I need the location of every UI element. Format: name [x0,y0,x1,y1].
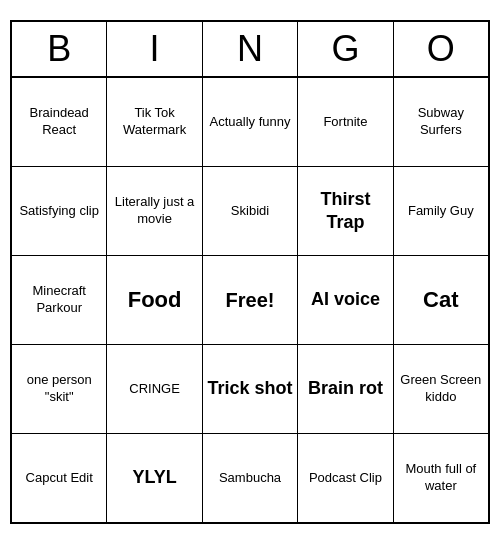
bingo-header: BINGO [12,22,488,78]
cell-text: Podcast Clip [309,470,382,487]
bingo-cell: Food [107,256,202,344]
bingo-cell: CRINGE [107,345,202,433]
bingo-cell: Actually funny [203,78,298,166]
cell-text: Minecraft Parkour [16,283,102,317]
bingo-cell: YLYL [107,434,202,522]
cell-text: Food [128,286,182,315]
bingo-cell: Cat [394,256,488,344]
cell-text: Sambucha [219,470,281,487]
header-letter: N [203,22,298,76]
bingo-row: Satisfying clipLiterally just a movieSki… [12,167,488,256]
bingo-row: one person "skit"CRINGETrick shotBrain r… [12,345,488,434]
cell-text: Subway Surfers [398,105,484,139]
header-letter: B [12,22,107,76]
bingo-row: Braindead ReactTik Tok WatermarkActually… [12,78,488,167]
bingo-cell: Subway Surfers [394,78,488,166]
header-letter: O [394,22,488,76]
bingo-cell: one person "skit" [12,345,107,433]
cell-text: Thirst Trap [302,188,388,235]
cell-text: Satisfying clip [19,203,98,220]
bingo-cell: Tik Tok Watermark [107,78,202,166]
cell-text: Skibidi [231,203,269,220]
bingo-cell: Mouth full of water [394,434,488,522]
bingo-cell: Podcast Clip [298,434,393,522]
bingo-cell: Capcut Edit [12,434,107,522]
bingo-cell: AI voice [298,256,393,344]
bingo-row: Minecraft ParkourFoodFree!AI voiceCat [12,256,488,345]
bingo-cell: Sambucha [203,434,298,522]
bingo-cell: Trick shot [203,345,298,433]
bingo-cell: Minecraft Parkour [12,256,107,344]
cell-text: Fortnite [323,114,367,131]
cell-text: Tik Tok Watermark [111,105,197,139]
header-letter: G [298,22,393,76]
cell-text: AI voice [311,288,380,311]
header-letter: I [107,22,202,76]
cell-text: CRINGE [129,381,180,398]
cell-text: Brain rot [308,377,383,400]
bingo-row: Capcut EditYLYLSambuchaPodcast ClipMouth… [12,434,488,522]
cell-text: Mouth full of water [398,461,484,495]
bingo-cell: Brain rot [298,345,393,433]
cell-text: Capcut Edit [26,470,93,487]
cell-text: Trick shot [208,377,293,400]
bingo-cell: Thirst Trap [298,167,393,255]
bingo-cell: Braindead React [12,78,107,166]
cell-text: Green Screen kiddo [398,372,484,406]
bingo-cell: Literally just a movie [107,167,202,255]
cell-text: YLYL [132,466,176,489]
bingo-grid: Braindead ReactTik Tok WatermarkActually… [12,78,488,522]
bingo-card: BINGO Braindead ReactTik Tok WatermarkAc… [10,20,490,524]
cell-text: Literally just a movie [111,194,197,228]
bingo-cell: Satisfying clip [12,167,107,255]
bingo-cell: Free! [203,256,298,344]
cell-text: one person "skit" [16,372,102,406]
cell-text: Braindead React [16,105,102,139]
bingo-cell: Family Guy [394,167,488,255]
bingo-cell: Skibidi [203,167,298,255]
cell-text: Actually funny [210,114,291,131]
cell-text: Cat [423,286,458,315]
bingo-cell: Fortnite [298,78,393,166]
cell-text: Family Guy [408,203,474,220]
cell-text: Free! [226,287,275,313]
bingo-cell: Green Screen kiddo [394,345,488,433]
